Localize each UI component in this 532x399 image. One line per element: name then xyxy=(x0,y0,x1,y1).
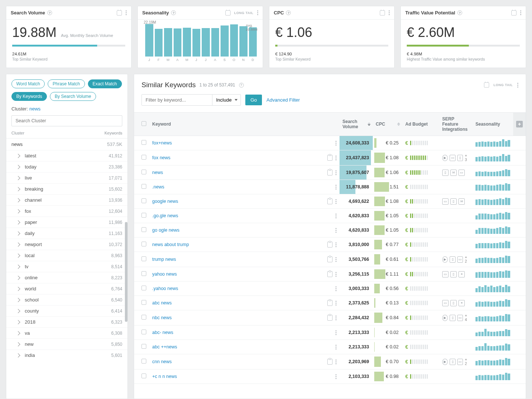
help-icon[interactable]: ? xyxy=(286,10,291,15)
clipboard-icon[interactable] xyxy=(327,359,332,365)
go-button[interactable]: Go xyxy=(245,95,262,105)
pill-word-match[interactable]: Word Match xyxy=(11,79,45,88)
row-checkbox[interactable] xyxy=(141,184,146,189)
calendar-icon[interactable] xyxy=(117,10,122,16)
cluster-link[interactable]: news xyxy=(29,106,40,112)
keyword-link[interactable]: fox news xyxy=(152,155,170,160)
row-more-icon[interactable] xyxy=(335,359,337,364)
help-icon[interactable]: ? xyxy=(239,83,244,88)
keyword-link[interactable]: fox+news xyxy=(152,140,172,146)
pill-by-keywords[interactable]: By Keywords xyxy=(11,92,47,101)
cluster-item[interactable]: 20186,323 xyxy=(6,316,127,327)
more-icon[interactable] xyxy=(389,10,390,15)
cluster-item[interactable]: breaking15,602 xyxy=(6,183,127,194)
row-checkbox[interactable] xyxy=(141,359,146,364)
keyword-link[interactable]: trump news xyxy=(152,257,176,262)
row-more-icon[interactable] xyxy=(335,170,337,175)
row-more-icon[interactable] xyxy=(335,374,337,379)
pill-phrase-match[interactable]: Phrase Match xyxy=(48,79,85,88)
cluster-item[interactable]: tv8,514 xyxy=(6,261,127,272)
keyword-link[interactable]: abc ++news xyxy=(152,344,177,349)
cluster-item[interactable]: live17,071 xyxy=(6,172,127,183)
row-more-icon[interactable] xyxy=(335,141,337,146)
more-icon[interactable] xyxy=(517,83,518,88)
include-select[interactable]: Include xyxy=(212,95,241,105)
row-checkbox[interactable] xyxy=(141,170,146,174)
cluster-item[interactable]: today23,386 xyxy=(6,161,127,172)
more-icon[interactable] xyxy=(520,10,521,15)
row-checkbox[interactable] xyxy=(141,344,146,349)
row-more-icon[interactable] xyxy=(335,330,337,335)
row-checkbox[interactable] xyxy=(141,140,146,145)
advanced-filter-link[interactable]: Advanced Filter xyxy=(266,97,300,103)
more-icon[interactable] xyxy=(257,10,258,15)
keyword-link[interactable]: abc- news xyxy=(152,330,173,335)
pill-exact-match[interactable]: Exact Match xyxy=(88,79,122,88)
keyword-link[interactable]: go ogle news xyxy=(152,228,180,233)
more-icon[interactable] xyxy=(126,10,127,15)
keyword-link[interactable]: abc news xyxy=(152,300,172,306)
row-more-icon[interactable] xyxy=(335,272,337,277)
longtail-badge[interactable]: LONG TAIL xyxy=(494,83,513,87)
add-column-button[interactable]: + xyxy=(516,121,523,127)
row-checkbox[interactable] xyxy=(141,271,146,276)
longtail-badge[interactable]: LONG TAIL xyxy=(234,11,253,15)
cluster-item[interactable]: county6,414 xyxy=(6,305,127,316)
cluster-item[interactable]: daily11,163 xyxy=(6,228,127,239)
help-icon[interactable]: ? xyxy=(47,10,52,15)
row-checkbox[interactable] xyxy=(141,300,146,305)
cluster-item[interactable]: local8,963 xyxy=(6,250,127,261)
keyword-link[interactable]: .yahoo news xyxy=(152,286,178,291)
row-more-icon[interactable] xyxy=(335,199,337,204)
cluster-item[interactable]: school6,540 xyxy=(6,294,127,305)
cluster-item[interactable]: paper11,986 xyxy=(6,216,127,228)
help-icon[interactable]: ? xyxy=(457,10,462,15)
clipboard-icon[interactable] xyxy=(327,271,332,277)
row-more-icon[interactable] xyxy=(335,286,337,291)
cluster-item[interactable]: newport10,372 xyxy=(6,239,127,250)
keyword-link[interactable]: +c n n news xyxy=(152,374,177,379)
cluster-root[interactable]: news537.5K xyxy=(6,139,127,150)
row-more-icon[interactable] xyxy=(335,185,337,190)
cluster-item[interactable]: va6,308 xyxy=(6,327,127,338)
row-checkbox[interactable] xyxy=(141,256,146,261)
calendar-icon[interactable] xyxy=(380,10,385,16)
keyword-link[interactable]: google news xyxy=(152,199,178,204)
keyword-link[interactable]: nbc news xyxy=(152,315,172,320)
row-more-icon[interactable] xyxy=(335,301,337,306)
row-checkbox[interactable] xyxy=(141,330,146,334)
cluster-item[interactable]: channel13,936 xyxy=(6,194,127,205)
clipboard-icon[interactable] xyxy=(327,170,332,175)
keyword-link[interactable]: news about trump xyxy=(152,242,189,247)
filter-input[interactable] xyxy=(142,95,212,105)
clipboard-icon[interactable] xyxy=(327,315,332,321)
keyword-link[interactable]: .news xyxy=(152,184,164,190)
row-checkbox[interactable] xyxy=(141,286,146,290)
cluster-item[interactable]: online8,223 xyxy=(6,272,127,283)
row-checkbox[interactable] xyxy=(141,242,146,246)
calendar-icon[interactable] xyxy=(511,10,516,16)
row-checkbox[interactable] xyxy=(141,227,146,232)
cluster-item[interactable]: new5,850 xyxy=(6,338,127,349)
scrollbar[interactable] xyxy=(125,222,127,322)
keyword-link[interactable]: news xyxy=(152,170,163,175)
clipboard-icon[interactable] xyxy=(327,242,332,248)
cluster-item[interactable]: latest41,912 xyxy=(6,150,127,161)
help-icon[interactable]: ? xyxy=(171,10,176,15)
row-more-icon[interactable] xyxy=(335,156,337,160)
row-more-icon[interactable] xyxy=(335,214,337,218)
row-more-icon[interactable] xyxy=(335,316,337,320)
clipboard-icon[interactable] xyxy=(327,300,332,306)
clipboard-icon[interactable] xyxy=(327,155,332,161)
row-checkbox[interactable] xyxy=(141,213,146,218)
row-more-icon[interactable] xyxy=(335,257,337,262)
row-more-icon[interactable] xyxy=(335,228,337,233)
clipboard-icon[interactable] xyxy=(327,198,332,204)
cluster-item[interactable]: india5,601 xyxy=(6,349,127,361)
select-all-checkbox[interactable] xyxy=(141,121,146,126)
row-more-icon[interactable] xyxy=(335,242,337,247)
keyword-link[interactable]: cnn news xyxy=(152,359,172,364)
search-cluster-input[interactable] xyxy=(11,115,122,126)
row-checkbox[interactable] xyxy=(141,155,146,160)
keyword-link[interactable]: yahoo news xyxy=(152,272,177,277)
